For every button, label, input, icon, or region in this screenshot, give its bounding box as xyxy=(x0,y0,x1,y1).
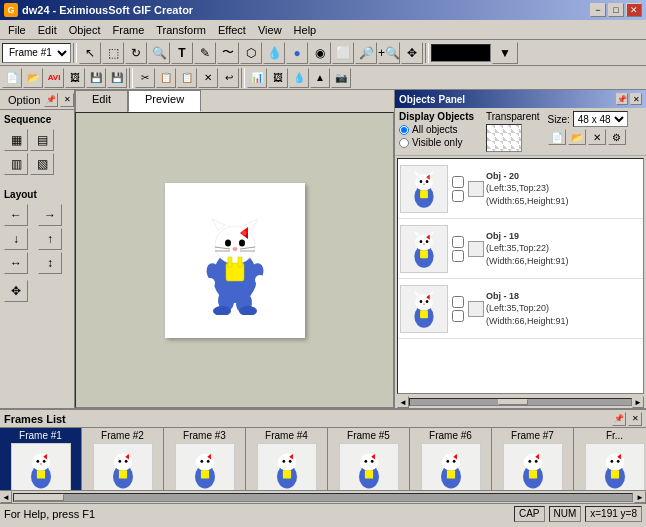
scroll-right-arrow[interactable]: ► xyxy=(632,396,644,408)
seq-icon-1[interactable]: ▦ xyxy=(4,129,28,151)
menu-file[interactable]: File xyxy=(2,22,32,38)
frame-selector[interactable]: Frame #1 xyxy=(2,43,71,63)
all-objects-radio[interactable]: All objects xyxy=(399,124,474,135)
frames-scroll-track[interactable] xyxy=(13,493,633,502)
toolbar-eyedropper-btn[interactable]: 💧 xyxy=(263,42,285,64)
tool2-save[interactable]: 💾 xyxy=(86,68,106,88)
toolbar-arrow-btn[interactable]: ↖ xyxy=(79,42,101,64)
seq-icon-4[interactable]: ▧ xyxy=(30,153,54,175)
menu-frame[interactable]: Frame xyxy=(107,22,151,38)
toolbar-eraser-btn[interactable]: ⬜ xyxy=(332,42,354,64)
menu-transform[interactable]: Transform xyxy=(150,22,212,38)
scroll-left-arrow[interactable]: ◄ xyxy=(397,396,409,408)
toolbar-pen-btn[interactable]: ✎ xyxy=(194,42,216,64)
tool2-saveas[interactable]: 💾 xyxy=(107,68,127,88)
layout-up[interactable]: ↑ xyxy=(38,228,62,250)
layout-down[interactable]: ↓ xyxy=(4,228,28,250)
panel-pin-btn[interactable]: 📌 xyxy=(44,93,58,107)
color-picker[interactable] xyxy=(431,44,491,62)
tab-preview[interactable]: Preview xyxy=(128,90,201,112)
obj-extra-btn[interactable]: ⚙ xyxy=(608,129,626,145)
frames-close-btn[interactable]: ✕ xyxy=(628,412,642,426)
tool2-img[interactable]: 🖼 xyxy=(268,68,288,88)
tool2-delete[interactable]: ✕ xyxy=(198,68,218,88)
layout-h-expand[interactable]: ↔ xyxy=(4,252,28,274)
toolbar-pan-btn[interactable]: ✥ xyxy=(401,42,423,64)
canvas-content[interactable] xyxy=(75,112,394,408)
object-item-20[interactable]: Obj - 20 (Left:35,Top:23) (Width:65,Heig… xyxy=(398,159,643,219)
obj-scroll-thumb[interactable] xyxy=(498,399,528,405)
layout-v-expand[interactable]: ↕ xyxy=(38,252,62,274)
toolbar-rotate-btn[interactable]: ↻ xyxy=(125,42,147,64)
tool2-triangle[interactable]: ▲ xyxy=(310,68,330,88)
obj-panel-pin[interactable]: 📌 xyxy=(616,93,628,105)
seq-icon-2[interactable]: ▤ xyxy=(30,129,54,151)
tool2-undo[interactable]: ↩ xyxy=(219,68,239,88)
frame-item-5[interactable]: Frame #5 xyxy=(328,428,410,490)
frame-item-2[interactable]: Frame #2 xyxy=(82,428,164,490)
frames-scroll-left[interactable]: ◄ xyxy=(0,491,12,503)
tool2-frame-new[interactable]: 🖼 xyxy=(65,68,85,88)
frame-item-8[interactable]: Fr... xyxy=(574,428,646,490)
toolbar-select-btn[interactable]: ⬚ xyxy=(102,42,124,64)
frames-pin-btn[interactable]: 📌 xyxy=(612,412,626,426)
obj-panel-close[interactable]: ✕ xyxy=(630,93,642,105)
menu-help[interactable]: Help xyxy=(288,22,323,38)
toolbar-curve-btn[interactable]: 〜 xyxy=(217,42,239,64)
menu-view[interactable]: View xyxy=(252,22,288,38)
obj-checkbox-lock-18[interactable] xyxy=(452,310,464,322)
obj-h-scrollbar[interactable]: ◄ ► xyxy=(395,396,646,408)
toolbar-fill-btn[interactable]: ◉ xyxy=(309,42,331,64)
frames-scroll-thumb[interactable] xyxy=(14,494,64,501)
minimize-button[interactable]: − xyxy=(590,3,606,17)
visible-only-radio[interactable]: Visible only xyxy=(399,137,474,148)
tool2-avi[interactable]: AVI xyxy=(44,68,64,88)
objects-list[interactable]: Obj - 20 (Left:35,Top:23) (Width:65,Heig… xyxy=(397,158,644,394)
obj-new-btn[interactable]: 📄 xyxy=(548,129,566,145)
tool2-photo[interactable]: 📷 xyxy=(331,68,351,88)
obj-open-btn[interactable]: 📂 xyxy=(568,129,586,145)
obj-checkbox-lock-20[interactable] xyxy=(452,190,464,202)
obj-checkbox-lock-19[interactable] xyxy=(452,250,464,262)
layout-move[interactable]: ✥ xyxy=(4,280,28,302)
frame-item-7[interactable]: Frame #7 xyxy=(492,428,574,490)
toolbar-move-btn[interactable]: 🔎 xyxy=(355,42,377,64)
frame-item-4[interactable]: Frame #4 xyxy=(246,428,328,490)
tool2-copy[interactable]: 📋 xyxy=(156,68,176,88)
menu-effect[interactable]: Effect xyxy=(212,22,252,38)
frame-item-6[interactable]: Frame #6 xyxy=(410,428,492,490)
frames-scroll-right[interactable]: ► xyxy=(634,491,646,503)
layout-right[interactable]: → xyxy=(38,204,62,226)
frame-item-3[interactable]: Frame #3 xyxy=(164,428,246,490)
toolbar-extra-btn[interactable]: ▼ xyxy=(492,42,518,64)
toolbar-zoom-btn[interactable]: 🔍 xyxy=(148,42,170,64)
tab-edit[interactable]: Edit xyxy=(75,90,128,112)
size-dropdown[interactable]: 48 x 48 32 x 32 64 x 64 xyxy=(573,111,628,127)
tool2-cut[interactable]: ✂ xyxy=(135,68,155,88)
layout-left[interactable]: ← xyxy=(4,204,28,226)
close-button[interactable]: ✕ xyxy=(626,3,642,17)
tool2-drop[interactable]: 💧 xyxy=(289,68,309,88)
menu-object[interactable]: Object xyxy=(63,22,107,38)
frames-scrollbar[interactable]: ◄ ► xyxy=(0,490,646,503)
tool2-open[interactable]: 📂 xyxy=(23,68,43,88)
seq-icon-3[interactable]: ▥ xyxy=(4,153,28,175)
toolbar-text-btn[interactable]: T xyxy=(171,42,193,64)
tool2-paste[interactable]: 📋 xyxy=(177,68,197,88)
obj-checkbox-vis-19[interactable] xyxy=(452,236,464,248)
toolbar-zoom-in-btn[interactable]: +🔍 xyxy=(378,42,400,64)
toolbar-circle-btn[interactable]: ● xyxy=(286,42,308,64)
tool2-new[interactable]: 📄 xyxy=(2,68,22,88)
panel-close-btn[interactable]: ✕ xyxy=(60,93,74,107)
object-item-18[interactable]: Obj - 18 (Left:35,Top:20) (Width:66,Heig… xyxy=(398,279,643,339)
obj-scroll-track[interactable] xyxy=(409,398,632,406)
maximize-button[interactable]: □ xyxy=(608,3,624,17)
obj-checkbox-vis-18[interactable] xyxy=(452,296,464,308)
frame-item-1[interactable]: Frame #1 xyxy=(0,428,82,490)
obj-delete-btn[interactable]: ✕ xyxy=(588,129,606,145)
obj-checkbox-vis-20[interactable] xyxy=(452,176,464,188)
menu-edit[interactable]: Edit xyxy=(32,22,63,38)
tool2-chart[interactable]: 📊 xyxy=(247,68,267,88)
toolbar-polygon-btn[interactable]: ⬡ xyxy=(240,42,262,64)
object-item-19[interactable]: Obj - 19 (Left:35,Top:22) (Width:66,Heig… xyxy=(398,219,643,279)
